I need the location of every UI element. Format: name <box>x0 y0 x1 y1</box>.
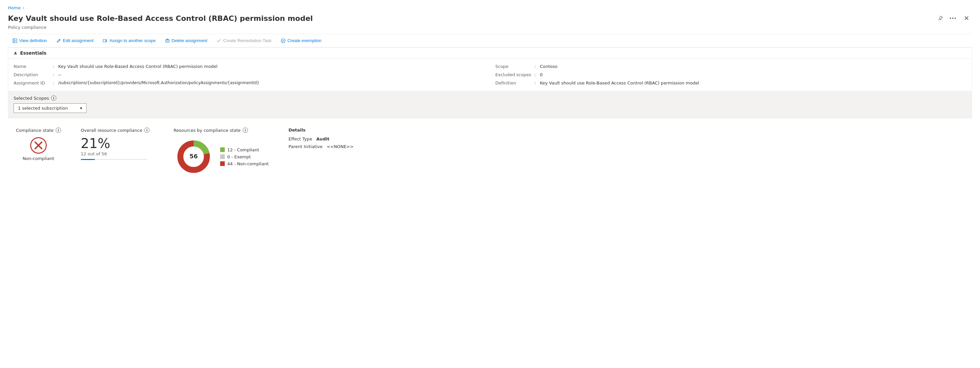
create-remediation-label: Create Remediation Task <box>223 38 272 43</box>
overall-compliance-pct: 21% <box>81 137 154 150</box>
pin-button[interactable] <box>937 14 945 22</box>
scope-dropdown-chevron: ▾ <box>80 106 82 111</box>
edit-assignment-button[interactable]: Edit assignment <box>52 36 99 45</box>
svg-rect-7 <box>14 42 15 42</box>
remediation-icon <box>216 38 221 43</box>
delete-assignment-button[interactable]: Delete assignment <box>161 36 212 45</box>
essentials-name-value: Key Vault should use Role-Based Access C… <box>58 64 218 69</box>
more-options-button[interactable] <box>948 16 957 20</box>
donut-chart: 56 <box>174 137 213 176</box>
metrics-section: Compliance state i Non-compliant Overall… <box>8 118 972 186</box>
edit-assignment-label: Edit assignment <box>63 38 94 43</box>
essentials-scope-label: Scope <box>495 64 532 69</box>
essentials-assignment-id-value: /subscriptions/{subscriptionId}/provider… <box>58 81 259 85</box>
exemption-icon <box>281 38 285 43</box>
legend-compliant: 12 - Compliant <box>220 148 269 152</box>
essentials-scope-value: Contoso <box>540 64 557 69</box>
header-row: Key Vault should use Role-Based Access C… <box>8 13 972 24</box>
edit-icon <box>56 38 61 43</box>
create-exemption-label: Create exemption <box>288 38 321 43</box>
scopes-label-text: Selected Scopes <box>14 96 49 101</box>
donut-legend: 12 - Compliant 0 - Exempt 44 - Non-compl… <box>220 148 269 166</box>
compliance-state-block: Compliance state i Non-compliant <box>16 127 61 161</box>
essentials-left: Name : Key Vault should use Role-Based A… <box>14 64 485 86</box>
scopes-info-icon: i <box>51 95 56 101</box>
breadcrumb: Home › <box>8 5 972 10</box>
scopes-label: Selected Scopes i <box>14 95 966 101</box>
svg-rect-9 <box>103 40 106 42</box>
svg-rect-5 <box>14 40 16 40</box>
essentials-excluded-scopes-value: 0 <box>540 72 542 77</box>
header-actions: ✕ <box>937 13 972 24</box>
assign-scope-icon <box>103 38 107 43</box>
overall-compliance-label-text: Overall resource compliance <box>81 128 143 133</box>
resources-by-state-block: Resources by compliance state i 56 <box>174 127 269 176</box>
effect-type-value: Audit <box>316 136 329 141</box>
essentials-header[interactable]: ∧ Essentials <box>8 48 972 59</box>
svg-rect-8 <box>14 39 14 40</box>
svg-point-3 <box>955 17 956 19</box>
overall-compliance-label: Overall resource compliance i <box>81 127 154 133</box>
non-compliant-swatch <box>220 161 225 166</box>
compliance-state-info-icon: i <box>56 127 61 133</box>
svg-rect-6 <box>14 41 16 41</box>
scope-dropdown[interactable]: 1 selected subscription ▾ <box>14 103 86 113</box>
compliance-state-label: Compliance state i <box>16 127 61 133</box>
resources-by-state-info-icon: i <box>243 127 248 133</box>
progress-fill <box>81 159 95 160</box>
essentials-assignment-id-row: Assignment ID : /subscriptions/{subscrip… <box>14 81 485 86</box>
essentials-excluded-scopes-row: Excluded scopes : 0 <box>495 72 966 77</box>
svg-point-1 <box>950 17 951 19</box>
compliant-label: 12 - Compliant <box>228 148 259 152</box>
details-effect-row: Effect Type Audit <box>288 136 353 141</box>
resources-by-state-label-text: Resources by compliance state <box>174 128 241 133</box>
assign-scope-label: Assign to another scope <box>110 38 156 43</box>
essentials-excluded-scopes-label: Excluded scopes <box>495 72 532 77</box>
svg-point-2 <box>952 17 953 19</box>
compliance-state-label-text: Compliance state <box>16 128 54 133</box>
scopes-section: Selected Scopes i 1 selected subscriptio… <box>8 91 972 118</box>
svg-rect-11 <box>166 40 169 43</box>
create-remediation-button[interactable]: Create Remediation Task <box>212 36 276 45</box>
effect-type-label: Effect Type <box>288 136 312 141</box>
compliance-state-icon-block: Non-compliant <box>16 137 61 161</box>
close-button[interactable]: ✕ <box>961 13 972 24</box>
essentials-description-value: -- <box>58 72 61 77</box>
essentials-name-label: Name <box>14 64 50 69</box>
page-subtitle: Policy compliance <box>8 25 972 30</box>
view-definition-button[interactable]: View definition <box>8 36 52 45</box>
delete-icon <box>165 38 170 43</box>
overall-compliance-block: Overall resource compliance i 21% 12 out… <box>81 127 154 160</box>
page-title: Key Vault should use Role-Based Access C… <box>8 14 937 22</box>
view-definition-icon <box>13 38 17 43</box>
essentials-scope-row: Scope : Contoso <box>495 64 966 69</box>
svg-rect-4 <box>13 39 17 43</box>
delete-assignment-label: Delete assignment <box>172 38 208 43</box>
svg-text:56: 56 <box>189 153 197 160</box>
create-exemption-button[interactable]: Create exemption <box>276 36 326 45</box>
exempt-label: 0 - Exempt <box>228 154 251 159</box>
breadcrumb-home[interactable]: Home <box>8 5 21 10</box>
essentials-section: ∧ Essentials Name : Key Vault should use… <box>8 48 972 118</box>
scope-dropdown-value: 1 selected subscription <box>18 106 68 111</box>
assign-scope-button[interactable]: Assign to another scope <box>98 36 160 45</box>
toolbar: View definition Edit assignment Assign t… <box>8 34 972 48</box>
svg-line-0 <box>939 19 940 21</box>
essentials-description-label: Description <box>14 72 50 77</box>
details-parent-row: Parent Initiative <<NONE>> <box>288 144 353 149</box>
legend-non-compliant: 44 - Non-compliant <box>220 161 269 166</box>
non-compliant-text: Non-compliant <box>22 156 54 161</box>
essentials-definition-label: Definition <box>495 81 532 86</box>
essentials-collapse-icon: ∧ <box>14 50 17 56</box>
breadcrumb-separator: › <box>22 6 24 10</box>
legend-exempt: 0 - Exempt <box>220 154 269 159</box>
resources-by-state-label: Resources by compliance state i <box>174 127 269 133</box>
essentials-right: Scope : Contoso Excluded scopes : 0 Defi… <box>495 64 966 86</box>
overall-compliance-info-icon: i <box>144 127 150 133</box>
essentials-definition-value: Key Vault should use Role-Based Access C… <box>540 81 699 86</box>
details-title: Details <box>288 127 353 133</box>
compliant-swatch <box>220 148 225 152</box>
overall-compliance-sub: 12 out of 56 <box>81 151 154 156</box>
parent-initiative-value: <<NONE>> <box>326 144 353 149</box>
essentials-title: Essentials <box>20 50 46 56</box>
